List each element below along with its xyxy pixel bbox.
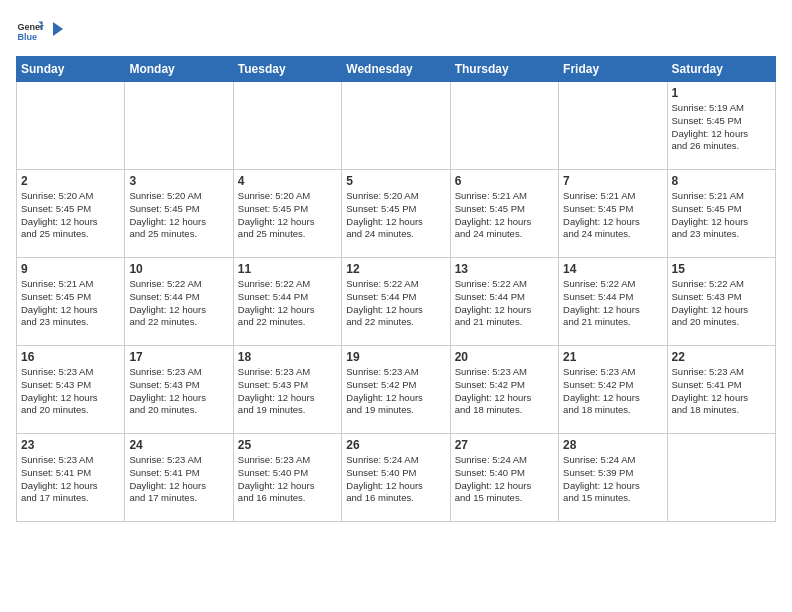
- day-info: Sunrise: 5:23 AM Sunset: 5:41 PM Dayligh…: [129, 454, 228, 505]
- day-cell: 25Sunrise: 5:23 AM Sunset: 5:40 PM Dayli…: [233, 434, 341, 522]
- day-info: Sunrise: 5:21 AM Sunset: 5:45 PM Dayligh…: [563, 190, 662, 241]
- day-number: 8: [672, 174, 771, 188]
- day-number: 12: [346, 262, 445, 276]
- header-tuesday: Tuesday: [233, 57, 341, 82]
- day-cell: 12Sunrise: 5:22 AM Sunset: 5:44 PM Dayli…: [342, 258, 450, 346]
- week-row-1: 1Sunrise: 5:19 AM Sunset: 5:45 PM Daylig…: [17, 82, 776, 170]
- logo-icon: General Blue: [16, 16, 44, 44]
- day-cell: 8Sunrise: 5:21 AM Sunset: 5:45 PM Daylig…: [667, 170, 775, 258]
- day-info: Sunrise: 5:21 AM Sunset: 5:45 PM Dayligh…: [672, 190, 771, 241]
- day-number: 2: [21, 174, 120, 188]
- day-cell: 11Sunrise: 5:22 AM Sunset: 5:44 PM Dayli…: [233, 258, 341, 346]
- day-cell: 26Sunrise: 5:24 AM Sunset: 5:40 PM Dayli…: [342, 434, 450, 522]
- day-number: 25: [238, 438, 337, 452]
- day-info: Sunrise: 5:23 AM Sunset: 5:40 PM Dayligh…: [238, 454, 337, 505]
- day-number: 14: [563, 262, 662, 276]
- day-cell: 21Sunrise: 5:23 AM Sunset: 5:42 PM Dayli…: [559, 346, 667, 434]
- day-number: 6: [455, 174, 554, 188]
- day-cell: 13Sunrise: 5:22 AM Sunset: 5:44 PM Dayli…: [450, 258, 558, 346]
- day-info: Sunrise: 5:22 AM Sunset: 5:44 PM Dayligh…: [238, 278, 337, 329]
- day-cell: 5Sunrise: 5:20 AM Sunset: 5:45 PM Daylig…: [342, 170, 450, 258]
- day-number: 4: [238, 174, 337, 188]
- day-number: 24: [129, 438, 228, 452]
- day-number: 17: [129, 350, 228, 364]
- day-number: 20: [455, 350, 554, 364]
- day-cell: 23Sunrise: 5:23 AM Sunset: 5:41 PM Dayli…: [17, 434, 125, 522]
- logo: General Blue: [16, 16, 67, 44]
- header-friday: Friday: [559, 57, 667, 82]
- day-number: 27: [455, 438, 554, 452]
- header-thursday: Thursday: [450, 57, 558, 82]
- day-cell: 10Sunrise: 5:22 AM Sunset: 5:44 PM Dayli…: [125, 258, 233, 346]
- day-info: Sunrise: 5:23 AM Sunset: 5:42 PM Dayligh…: [563, 366, 662, 417]
- day-cell: 2Sunrise: 5:20 AM Sunset: 5:45 PM Daylig…: [17, 170, 125, 258]
- day-number: 19: [346, 350, 445, 364]
- day-number: 1: [672, 86, 771, 100]
- day-cell: 22Sunrise: 5:23 AM Sunset: 5:41 PM Dayli…: [667, 346, 775, 434]
- day-info: Sunrise: 5:22 AM Sunset: 5:43 PM Dayligh…: [672, 278, 771, 329]
- day-cell: 4Sunrise: 5:20 AM Sunset: 5:45 PM Daylig…: [233, 170, 341, 258]
- page-header: General Blue: [16, 16, 776, 44]
- week-row-4: 16Sunrise: 5:23 AM Sunset: 5:43 PM Dayli…: [17, 346, 776, 434]
- day-info: Sunrise: 5:23 AM Sunset: 5:43 PM Dayligh…: [129, 366, 228, 417]
- day-info: Sunrise: 5:20 AM Sunset: 5:45 PM Dayligh…: [346, 190, 445, 241]
- day-number: 26: [346, 438, 445, 452]
- day-number: 15: [672, 262, 771, 276]
- day-number: 11: [238, 262, 337, 276]
- day-info: Sunrise: 5:23 AM Sunset: 5:43 PM Dayligh…: [238, 366, 337, 417]
- day-number: 3: [129, 174, 228, 188]
- week-row-5: 23Sunrise: 5:23 AM Sunset: 5:41 PM Dayli…: [17, 434, 776, 522]
- day-cell: 27Sunrise: 5:24 AM Sunset: 5:40 PM Dayli…: [450, 434, 558, 522]
- day-info: Sunrise: 5:23 AM Sunset: 5:42 PM Dayligh…: [455, 366, 554, 417]
- day-cell: 17Sunrise: 5:23 AM Sunset: 5:43 PM Dayli…: [125, 346, 233, 434]
- day-cell: [667, 434, 775, 522]
- day-cell: 1Sunrise: 5:19 AM Sunset: 5:45 PM Daylig…: [667, 82, 775, 170]
- day-number: 13: [455, 262, 554, 276]
- week-row-3: 9Sunrise: 5:21 AM Sunset: 5:45 PM Daylig…: [17, 258, 776, 346]
- day-info: Sunrise: 5:22 AM Sunset: 5:44 PM Dayligh…: [563, 278, 662, 329]
- day-number: 7: [563, 174, 662, 188]
- week-row-2: 2Sunrise: 5:20 AM Sunset: 5:45 PM Daylig…: [17, 170, 776, 258]
- day-cell: 16Sunrise: 5:23 AM Sunset: 5:43 PM Dayli…: [17, 346, 125, 434]
- day-cell: 19Sunrise: 5:23 AM Sunset: 5:42 PM Dayli…: [342, 346, 450, 434]
- day-info: Sunrise: 5:24 AM Sunset: 5:39 PM Dayligh…: [563, 454, 662, 505]
- day-number: 28: [563, 438, 662, 452]
- day-number: 23: [21, 438, 120, 452]
- day-cell: 14Sunrise: 5:22 AM Sunset: 5:44 PM Dayli…: [559, 258, 667, 346]
- day-cell: 3Sunrise: 5:20 AM Sunset: 5:45 PM Daylig…: [125, 170, 233, 258]
- calendar-table: SundayMondayTuesdayWednesdayThursdayFrid…: [16, 56, 776, 522]
- day-cell: 20Sunrise: 5:23 AM Sunset: 5:42 PM Dayli…: [450, 346, 558, 434]
- svg-marker-4: [53, 22, 63, 36]
- day-info: Sunrise: 5:19 AM Sunset: 5:45 PM Dayligh…: [672, 102, 771, 153]
- day-info: Sunrise: 5:21 AM Sunset: 5:45 PM Dayligh…: [21, 278, 120, 329]
- header-saturday: Saturday: [667, 57, 775, 82]
- day-cell: [342, 82, 450, 170]
- day-info: Sunrise: 5:21 AM Sunset: 5:45 PM Dayligh…: [455, 190, 554, 241]
- day-cell: 15Sunrise: 5:22 AM Sunset: 5:43 PM Dayli…: [667, 258, 775, 346]
- day-cell: [233, 82, 341, 170]
- day-cell: 9Sunrise: 5:21 AM Sunset: 5:45 PM Daylig…: [17, 258, 125, 346]
- header-wednesday: Wednesday: [342, 57, 450, 82]
- day-info: Sunrise: 5:23 AM Sunset: 5:41 PM Dayligh…: [672, 366, 771, 417]
- day-cell: [559, 82, 667, 170]
- day-cell: 6Sunrise: 5:21 AM Sunset: 5:45 PM Daylig…: [450, 170, 558, 258]
- day-info: Sunrise: 5:20 AM Sunset: 5:45 PM Dayligh…: [21, 190, 120, 241]
- day-cell: [450, 82, 558, 170]
- day-info: Sunrise: 5:22 AM Sunset: 5:44 PM Dayligh…: [129, 278, 228, 329]
- day-number: 21: [563, 350, 662, 364]
- day-info: Sunrise: 5:23 AM Sunset: 5:42 PM Dayligh…: [346, 366, 445, 417]
- day-cell: 18Sunrise: 5:23 AM Sunset: 5:43 PM Dayli…: [233, 346, 341, 434]
- day-cell: [17, 82, 125, 170]
- day-number: 10: [129, 262, 228, 276]
- day-info: Sunrise: 5:20 AM Sunset: 5:45 PM Dayligh…: [238, 190, 337, 241]
- day-info: Sunrise: 5:22 AM Sunset: 5:44 PM Dayligh…: [346, 278, 445, 329]
- day-info: Sunrise: 5:24 AM Sunset: 5:40 PM Dayligh…: [455, 454, 554, 505]
- header-row: SundayMondayTuesdayWednesdayThursdayFrid…: [17, 57, 776, 82]
- day-number: 5: [346, 174, 445, 188]
- day-info: Sunrise: 5:24 AM Sunset: 5:40 PM Dayligh…: [346, 454, 445, 505]
- header-monday: Monday: [125, 57, 233, 82]
- day-number: 22: [672, 350, 771, 364]
- day-cell: 24Sunrise: 5:23 AM Sunset: 5:41 PM Dayli…: [125, 434, 233, 522]
- day-number: 9: [21, 262, 120, 276]
- day-number: 18: [238, 350, 337, 364]
